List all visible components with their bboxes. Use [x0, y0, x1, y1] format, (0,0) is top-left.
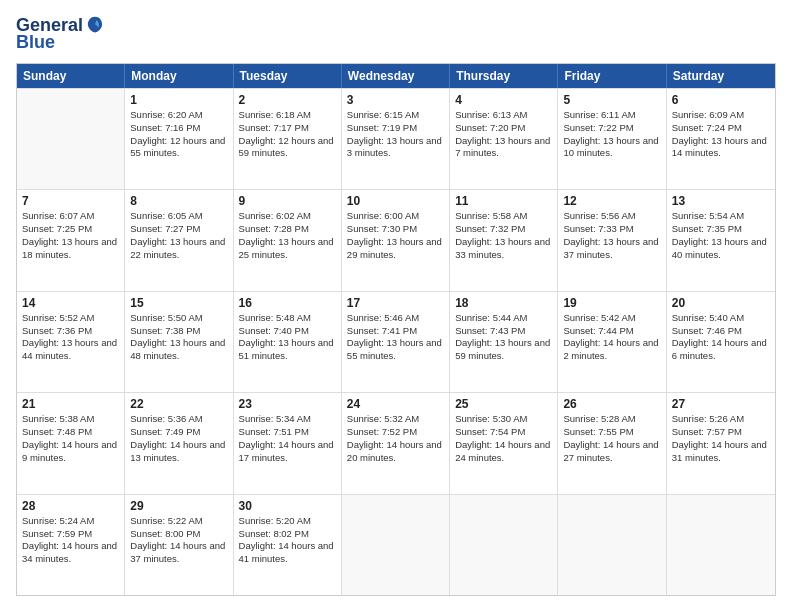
- calendar-cell: 20 Sunrise: 5:40 AM Sunset: 7:46 PM Dayl…: [667, 292, 775, 392]
- day-number: 7: [22, 193, 119, 209]
- day-number: 17: [347, 295, 444, 311]
- day-number: 20: [672, 295, 770, 311]
- daylight-text: Daylight: 14 hours and 20 minutes.: [347, 439, 442, 463]
- sunrise-text: Sunrise: 5:50 AM: [130, 312, 202, 323]
- calendar-cell: [667, 495, 775, 595]
- daylight-text: Daylight: 14 hours and 6 minutes.: [672, 337, 767, 361]
- header-cell-tuesday: Tuesday: [234, 64, 342, 88]
- daylight-text: Daylight: 13 hours and 48 minutes.: [130, 337, 225, 361]
- header-cell-monday: Monday: [125, 64, 233, 88]
- sunset-text: Sunset: 8:02 PM: [239, 528, 309, 539]
- daylight-text: Daylight: 14 hours and 24 minutes.: [455, 439, 550, 463]
- sunset-text: Sunset: 7:16 PM: [130, 122, 200, 133]
- calendar-cell: 24 Sunrise: 5:32 AM Sunset: 7:52 PM Dayl…: [342, 393, 450, 493]
- calendar-cell: 11 Sunrise: 5:58 AM Sunset: 7:32 PM Dayl…: [450, 190, 558, 290]
- sunset-text: Sunset: 7:32 PM: [455, 223, 525, 234]
- calendar-cell: 27 Sunrise: 5:26 AM Sunset: 7:57 PM Dayl…: [667, 393, 775, 493]
- daylight-text: Daylight: 13 hours and 18 minutes.: [22, 236, 117, 260]
- sunset-text: Sunset: 7:20 PM: [455, 122, 525, 133]
- daylight-text: Daylight: 13 hours and 25 minutes.: [239, 236, 334, 260]
- sunrise-text: Sunrise: 5:56 AM: [563, 210, 635, 221]
- sunrise-text: Sunrise: 5:26 AM: [672, 413, 744, 424]
- header-cell-thursday: Thursday: [450, 64, 558, 88]
- calendar-cell: 6 Sunrise: 6:09 AM Sunset: 7:24 PM Dayli…: [667, 89, 775, 189]
- daylight-text: Daylight: 14 hours and 41 minutes.: [239, 540, 334, 564]
- daylight-text: Daylight: 13 hours and 44 minutes.: [22, 337, 117, 361]
- sunset-text: Sunset: 7:36 PM: [22, 325, 92, 336]
- calendar-cell: [450, 495, 558, 595]
- daylight-text: Daylight: 13 hours and 29 minutes.: [347, 236, 442, 260]
- sunrise-text: Sunrise: 5:28 AM: [563, 413, 635, 424]
- calendar-cell: [17, 89, 125, 189]
- sunrise-text: Sunrise: 5:22 AM: [130, 515, 202, 526]
- sunset-text: Sunset: 7:25 PM: [22, 223, 92, 234]
- sunrise-text: Sunrise: 5:44 AM: [455, 312, 527, 323]
- sunrise-text: Sunrise: 5:48 AM: [239, 312, 311, 323]
- calendar-cell: 14 Sunrise: 5:52 AM Sunset: 7:36 PM Dayl…: [17, 292, 125, 392]
- day-number: 15: [130, 295, 227, 311]
- daylight-text: Daylight: 13 hours and 14 minutes.: [672, 135, 767, 159]
- day-number: 14: [22, 295, 119, 311]
- sunset-text: Sunset: 7:46 PM: [672, 325, 742, 336]
- calendar-cell: 5 Sunrise: 6:11 AM Sunset: 7:22 PM Dayli…: [558, 89, 666, 189]
- sunset-text: Sunset: 7:44 PM: [563, 325, 633, 336]
- day-number: 27: [672, 396, 770, 412]
- sunset-text: Sunset: 7:49 PM: [130, 426, 200, 437]
- calendar-cell: 15 Sunrise: 5:50 AM Sunset: 7:38 PM Dayl…: [125, 292, 233, 392]
- sunrise-text: Sunrise: 5:38 AM: [22, 413, 94, 424]
- sunrise-text: Sunrise: 5:46 AM: [347, 312, 419, 323]
- calendar-row: 7 Sunrise: 6:07 AM Sunset: 7:25 PM Dayli…: [17, 189, 775, 290]
- logo: General Blue: [16, 16, 105, 53]
- sunrise-text: Sunrise: 6:15 AM: [347, 109, 419, 120]
- daylight-text: Daylight: 13 hours and 40 minutes.: [672, 236, 767, 260]
- logo-icon: [85, 15, 105, 35]
- header: General Blue: [16, 16, 776, 53]
- sunrise-text: Sunrise: 6:20 AM: [130, 109, 202, 120]
- calendar-row: 28 Sunrise: 5:24 AM Sunset: 7:59 PM Dayl…: [17, 494, 775, 595]
- calendar-cell: 2 Sunrise: 6:18 AM Sunset: 7:17 PM Dayli…: [234, 89, 342, 189]
- day-number: 5: [563, 92, 660, 108]
- calendar-cell: 22 Sunrise: 5:36 AM Sunset: 7:49 PM Dayl…: [125, 393, 233, 493]
- daylight-text: Daylight: 13 hours and 55 minutes.: [347, 337, 442, 361]
- daylight-text: Daylight: 14 hours and 31 minutes.: [672, 439, 767, 463]
- calendar-cell: 28 Sunrise: 5:24 AM Sunset: 7:59 PM Dayl…: [17, 495, 125, 595]
- sunrise-text: Sunrise: 5:40 AM: [672, 312, 744, 323]
- sunset-text: Sunset: 7:17 PM: [239, 122, 309, 133]
- calendar-cell: 26 Sunrise: 5:28 AM Sunset: 7:55 PM Dayl…: [558, 393, 666, 493]
- header-cell-sunday: Sunday: [17, 64, 125, 88]
- sunset-text: Sunset: 8:00 PM: [130, 528, 200, 539]
- sunset-text: Sunset: 7:48 PM: [22, 426, 92, 437]
- day-number: 8: [130, 193, 227, 209]
- daylight-text: Daylight: 13 hours and 22 minutes.: [130, 236, 225, 260]
- calendar-cell: 21 Sunrise: 5:38 AM Sunset: 7:48 PM Dayl…: [17, 393, 125, 493]
- calendar-cell: 7 Sunrise: 6:07 AM Sunset: 7:25 PM Dayli…: [17, 190, 125, 290]
- daylight-text: Daylight: 14 hours and 27 minutes.: [563, 439, 658, 463]
- header-cell-saturday: Saturday: [667, 64, 775, 88]
- sunrise-text: Sunrise: 6:02 AM: [239, 210, 311, 221]
- sunset-text: Sunset: 7:22 PM: [563, 122, 633, 133]
- day-number: 11: [455, 193, 552, 209]
- sunrise-text: Sunrise: 5:30 AM: [455, 413, 527, 424]
- calendar-header: SundayMondayTuesdayWednesdayThursdayFrid…: [17, 64, 775, 88]
- sunrise-text: Sunrise: 5:34 AM: [239, 413, 311, 424]
- day-number: 23: [239, 396, 336, 412]
- day-number: 18: [455, 295, 552, 311]
- daylight-text: Daylight: 12 hours and 59 minutes.: [239, 135, 334, 159]
- day-number: 6: [672, 92, 770, 108]
- day-number: 24: [347, 396, 444, 412]
- calendar-cell: 29 Sunrise: 5:22 AM Sunset: 8:00 PM Dayl…: [125, 495, 233, 595]
- day-number: 22: [130, 396, 227, 412]
- sunrise-text: Sunrise: 6:00 AM: [347, 210, 419, 221]
- calendar-cell: 25 Sunrise: 5:30 AM Sunset: 7:54 PM Dayl…: [450, 393, 558, 493]
- calendar-cell: 13 Sunrise: 5:54 AM Sunset: 7:35 PM Dayl…: [667, 190, 775, 290]
- calendar-cell: 23 Sunrise: 5:34 AM Sunset: 7:51 PM Dayl…: [234, 393, 342, 493]
- daylight-text: Daylight: 14 hours and 2 minutes.: [563, 337, 658, 361]
- sunrise-text: Sunrise: 6:05 AM: [130, 210, 202, 221]
- sunset-text: Sunset: 7:54 PM: [455, 426, 525, 437]
- header-cell-friday: Friday: [558, 64, 666, 88]
- day-number: 3: [347, 92, 444, 108]
- daylight-text: Daylight: 14 hours and 37 minutes.: [130, 540, 225, 564]
- day-number: 2: [239, 92, 336, 108]
- calendar-cell: [558, 495, 666, 595]
- calendar-cell: 18 Sunrise: 5:44 AM Sunset: 7:43 PM Dayl…: [450, 292, 558, 392]
